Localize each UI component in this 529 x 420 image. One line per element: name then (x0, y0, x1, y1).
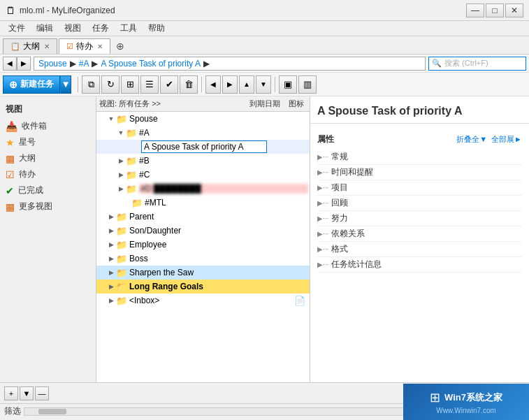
sidebar-item-todo[interactable]: ☑ 待办 (0, 166, 96, 182)
tab-outline-label: 大纲 (23, 41, 40, 52)
toggle-employee[interactable]: ▶ (106, 241, 116, 248)
tab-todo-label: 待办 (76, 41, 93, 52)
tree-node-c[interactable]: ▶ 📁 #C (96, 168, 310, 182)
prop-general[interactable]: ▶··· 常规 (317, 150, 522, 165)
tab-todo-close[interactable]: ✕ (97, 43, 103, 50)
scroll-thumb[interactable] (38, 409, 66, 414)
arrow-right-button[interactable]: ▶ (222, 75, 238, 94)
tab-todo[interactable]: ☑ 待办 ✕ (59, 38, 110, 54)
breadcrumb-a[interactable]: #A (79, 59, 89, 68)
minimize-button[interactable]: — (466, 3, 484, 17)
toggle-inbox[interactable]: ▶ (106, 297, 116, 304)
title-bar: 🗒 mlo.ml - MyLifeOrganized — □ ✕ (0, 0, 529, 21)
tree-node-sharpen[interactable]: ▶ 📁 Sharpen the Saw (96, 266, 310, 280)
breadcrumb-task[interactable]: A Spouse Task of priority A (101, 59, 201, 68)
sidebar-item-done[interactable]: ✔ 已完成 (0, 182, 96, 198)
search-box[interactable]: 🔍 搜索 (Ctrl+F) (428, 57, 526, 71)
tree-node-spouse[interactable]: ▼ 📁 Spouse (96, 112, 310, 126)
tree-view-label[interactable]: 视图: 所有任务 >> (99, 99, 161, 109)
prop-project-label: 项目 (331, 182, 348, 194)
tree-node-d[interactable]: ▶ 📁 #D ████████ (96, 182, 310, 196)
new-task-button[interactable]: ⊕ 新建任务 (3, 75, 60, 94)
prop-time-arrow: ▶··· (317, 168, 328, 176)
add-tab-button[interactable]: ⊕ (112, 38, 129, 54)
prop-format[interactable]: ▶··· 格式 (317, 242, 522, 257)
tree-node-a[interactable]: ▼ 📁 #A (96, 126, 310, 140)
breadcrumb[interactable]: Spouse ▶ #A ▶ A Spouse Task of priority … (34, 57, 426, 71)
menu-task[interactable]: 任务 (87, 21, 115, 36)
task-name-input[interactable] (141, 140, 267, 153)
toggle-parent[interactable]: ▶ (106, 213, 116, 220)
nav-forward-button[interactable]: ▶ (17, 57, 31, 71)
arrow-left-button[interactable]: ◀ (205, 75, 221, 94)
toggle-c[interactable]: ▶ (116, 171, 126, 178)
prop-effort[interactable]: ▶··· 努力 (317, 211, 522, 226)
prop-depends[interactable]: ▶··· 依赖关系 (317, 226, 522, 242)
tree-header-icon: 图标 (286, 99, 307, 109)
prop-depends-arrow: ▶··· (317, 230, 328, 238)
new-task-dropdown-button[interactable]: ▼ (60, 75, 71, 94)
sidebar-item-inbox[interactable]: 📥 收件箱 (0, 118, 96, 134)
menu-tools[interactable]: 工具 (115, 21, 143, 36)
menu-edit[interactable]: 编辑 (31, 21, 59, 36)
tree-node-boss[interactable]: ▶ 📁 Boss (96, 252, 310, 266)
tab-outline-close[interactable]: ✕ (44, 43, 50, 50)
breadcrumb-spouse[interactable]: Spouse (38, 59, 67, 68)
prop-stats[interactable]: ▶··· 任务统计信息 (317, 257, 522, 273)
sidebar-done-label: 已完成 (18, 184, 43, 196)
copy-button[interactable]: ⧉ (82, 75, 100, 94)
folder-b-icon: 📁 (126, 156, 137, 166)
maximize-button[interactable]: □ (486, 3, 504, 17)
collapse-all-link[interactable]: 折叠全▼ (456, 134, 487, 145)
folder-employee-icon: 📁 (116, 240, 127, 250)
nav-back-button[interactable]: ◀ (3, 57, 17, 71)
menu-file[interactable]: 文件 (3, 21, 31, 36)
arrow-up-button[interactable]: ▲ (239, 75, 254, 94)
prop-project[interactable]: ▶··· 项目 (317, 180, 522, 196)
toggle-b[interactable]: ▶ (116, 157, 126, 164)
tree-node-b[interactable]: ▶ 📁 #B (96, 154, 310, 168)
toggle-d[interactable]: ▶ (116, 185, 126, 192)
add-item-button[interactable]: + (4, 386, 18, 400)
tree-node-inbox[interactable]: ▶ 📁 <Inbox> 📄 (96, 294, 310, 307)
view-toggle-2[interactable]: ▥ (298, 75, 317, 94)
remove-item-button[interactable]: — (35, 386, 49, 400)
tree-node-task-a[interactable] (96, 140, 310, 154)
toggle-sharpen[interactable]: ▶ (106, 269, 116, 276)
list-button[interactable]: ☰ (140, 75, 159, 94)
view-toggle-1[interactable]: ▣ (279, 75, 297, 94)
close-button[interactable]: ✕ (505, 3, 523, 17)
menu-help[interactable]: 帮助 (143, 21, 171, 36)
tree-node-employee[interactable]: ▶ 📁 Employee (96, 238, 310, 252)
done-icon: ✔ (6, 185, 14, 196)
refresh-button[interactable]: ↻ (101, 75, 119, 94)
toggle-boss[interactable]: ▶ (106, 255, 116, 262)
toggle-longrange[interactable]: ▶ (106, 283, 116, 290)
grid-button[interactable]: ⊞ (121, 75, 139, 94)
folder-parent-icon: 📁 (116, 212, 127, 222)
dropdown-button[interactable]: ▼ (20, 386, 34, 400)
tree-node-mtl[interactable]: 📁 #MTL (96, 196, 310, 210)
tab-outline[interactable]: 📋 大纲 ✕ (3, 38, 57, 54)
arrow-down-button[interactable]: ▼ (256, 75, 271, 94)
sidebar-item-outline[interactable]: ▦ 大纲 (0, 150, 96, 166)
tree-panel: 视图: 所有任务 >> 到期日期 图标 ▼ 📁 Spouse ▼ 📁 #A (96, 96, 310, 382)
watermark: ⊞ Win7系统之家 Www.Winwin7.com (403, 384, 529, 420)
prop-review[interactable]: ▶··· 回顾 (317, 196, 522, 211)
tree-label-d: #D ████████ (139, 184, 308, 194)
toggle-a[interactable]: ▼ (116, 129, 126, 136)
tree-node-parent[interactable]: ▶ 📁 Parent (96, 210, 310, 224)
expand-all-link[interactable]: 全部展► (491, 134, 522, 145)
tree-node-longrange[interactable]: ▶ 📁 Long Range Goals (96, 280, 310, 294)
sidebar-item-more[interactable]: ▦ 更多视图 (0, 198, 96, 215)
prop-time[interactable]: ▶··· 时间和提醒 (317, 165, 522, 180)
toggle-son[interactable]: ▶ (106, 227, 116, 234)
tree-node-son[interactable]: ▶ 📁 Son/Daughter (96, 224, 310, 238)
toolbar-sep2 (201, 77, 202, 92)
toggle-spouse[interactable]: ▼ (106, 115, 116, 122)
menu-view[interactable]: 视图 (59, 21, 87, 36)
sidebar-item-starred[interactable]: ★ 星号 (0, 134, 96, 150)
window-controls: — □ ✕ (466, 3, 523, 17)
delete-button[interactable]: 🗑 (180, 75, 198, 94)
check-button[interactable]: ✔ (160, 75, 178, 94)
